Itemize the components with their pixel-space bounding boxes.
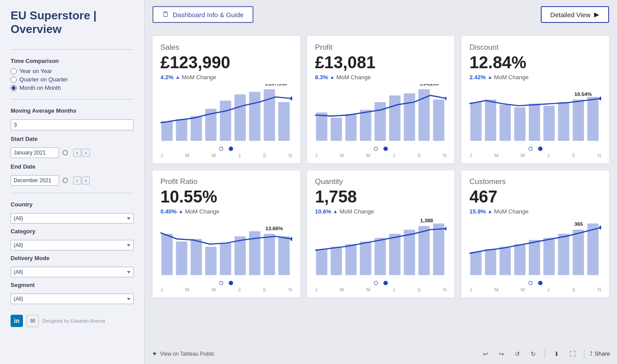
start-date-input[interactable] [11, 147, 59, 158]
detail-arrow-icon: ▶ [594, 11, 599, 18]
start-date-nav: ‹ › [73, 149, 90, 157]
share-button[interactable]: ⤴ Share [590, 350, 610, 357]
svg-rect-28 [558, 102, 570, 141]
month-label-profit: M [366, 153, 370, 158]
linkedin-icon[interactable]: in [11, 315, 23, 327]
chart-area-sales: £107,950 [160, 84, 292, 146]
kpi-value-profit_ratio: 10.55% [160, 188, 292, 206]
svg-rect-36 [205, 246, 217, 275]
month-label-customers: M [494, 287, 498, 292]
category-select[interactable]: (All) [11, 240, 134, 250]
svg-rect-29 [573, 99, 584, 141]
month-labels-profit: JMMJSN [315, 152, 447, 158]
radio-yoy-label: Year on Year [19, 68, 52, 74]
start-date-prev[interactable]: ‹ [73, 149, 81, 157]
redo-button[interactable]: ↪ [495, 348, 508, 360]
start-date-next[interactable]: › [82, 149, 90, 157]
country-select[interactable]: (All) [11, 213, 134, 224]
svg-point-64 [599, 225, 601, 229]
chart-area-profit_ratio: 13.66% [160, 218, 292, 280]
kpi-arrow-discount: ▲ [487, 74, 492, 80]
month-label-quantity: N [443, 287, 446, 292]
kpi-title-sales: Sales [160, 43, 292, 52]
svg-rect-12 [331, 118, 342, 141]
info-guide-button[interactable]: 🗒 Dashboard Info & Guide [152, 6, 253, 23]
category-label: Category [11, 228, 134, 235]
kpi-change-profit: 8.3% ▲ MoM Change [315, 74, 447, 81]
month-label-quantity: S [417, 287, 420, 292]
month-label-quantity: M [366, 287, 370, 292]
kpi-pct-profit_ratio: 0.40% [160, 208, 177, 215]
radio-mom-input[interactable] [11, 85, 17, 91]
kpi-change-customers: 15.9% ▲ MoM Change [469, 208, 601, 215]
end-date-prev[interactable]: ‹ [73, 176, 81, 184]
chart-svg-quantity: 1,388 [315, 218, 447, 276]
end-date-input[interactable] [11, 175, 59, 186]
radio-mom[interactable]: Month on Month [11, 85, 134, 91]
fullscreen-button[interactable]: ⛶ [566, 348, 579, 360]
chart-svg-customers: 365 [469, 218, 601, 276]
svg-rect-40 [264, 234, 275, 275]
kpi-value-discount: 12.84% [469, 54, 601, 72]
kpi-arrow-sales: ▲ [175, 74, 180, 80]
svg-rect-60 [543, 238, 555, 275]
moving-average-input[interactable] [11, 119, 134, 130]
svg-rect-33 [161, 234, 173, 275]
undo-button[interactable]: ↩ [479, 348, 492, 360]
radio-qoq[interactable]: Quarter on Quarter [11, 76, 134, 83]
kpi-change-label-profit_ratio: MoM Change [185, 208, 219, 215]
legend-dot-curr-discount [538, 147, 543, 151]
download-button[interactable]: ⬇ [550, 348, 563, 360]
month-label-customers: M [521, 287, 525, 292]
kpi-card-sales: Sales £123,990 4.2% ▲ MoM Change £107,95… [152, 36, 300, 163]
radio-yoy[interactable]: Year on Year [11, 68, 134, 74]
detail-view-button[interactable]: Detailed View ▶ [541, 6, 609, 23]
delivery-mode-select[interactable]: (All) [11, 267, 134, 277]
radio-qoq-input[interactable] [11, 77, 17, 83]
svg-rect-17 [404, 93, 415, 141]
chart-legend-sales [160, 147, 292, 151]
chart-svg-profit_ratio: 13.66% [160, 218, 292, 276]
month-label-profit_ratio: M [212, 287, 216, 292]
svg-text:£107,950: £107,950 [265, 84, 287, 86]
detail-btn-label: Detailed View [550, 11, 591, 18]
svg-text:365: 365 [575, 221, 584, 227]
svg-text:10.54%: 10.54% [575, 91, 592, 96]
svg-rect-2 [191, 116, 202, 140]
svg-rect-41 [279, 236, 290, 275]
tableau-link-label: View on Tableau Public [160, 351, 215, 357]
month-label-profit: S [417, 153, 420, 158]
svg-point-53 [445, 227, 446, 231]
chart-legend-discount [469, 147, 601, 151]
segment-select[interactable]: (All) [11, 294, 134, 304]
tableau-link[interactable]: ✦ View on Tableau Public [152, 349, 215, 358]
month-label-profit_ratio: M [185, 287, 189, 292]
moving-avg-label: Moving Average Months [11, 107, 134, 114]
mail-icon[interactable]: ✉ [26, 315, 39, 327]
cards-container: Sales £123,990 4.2% ▲ MoM Change £107,95… [145, 30, 617, 343]
kpi-cards-grid: Sales £123,990 4.2% ▲ MoM Change £107,95… [152, 36, 609, 298]
forward-button[interactable]: ↻ [527, 348, 539, 360]
svg-rect-14 [360, 110, 371, 140]
back-button[interactable]: ↺ [511, 348, 524, 360]
kpi-value-quantity: 1,758 [315, 188, 447, 206]
kpi-change-sales: 4.2% ▲ MoM Change [160, 74, 292, 81]
month-label-sales: J [238, 153, 241, 158]
svg-rect-13 [345, 114, 357, 141]
chart-area-profit: £14,239 [315, 84, 447, 146]
svg-rect-6 [249, 92, 260, 140]
start-date-circle [63, 150, 68, 155]
month-label-customers: S [572, 287, 575, 292]
end-date-next[interactable]: › [82, 176, 90, 184]
svg-rect-35 [191, 239, 202, 275]
kpi-title-profit: Profit [315, 43, 447, 52]
radio-yoy-input[interactable] [11, 68, 17, 74]
svg-rect-8 [279, 102, 290, 141]
kpi-change-profit_ratio: 0.40% ▲ MoM Change [160, 208, 292, 215]
bottom-bar: ✦ View on Tableau Public ↩ ↪ ↺ ↻ ⬇ ⛶ ⤴ S… [145, 343, 617, 364]
month-label-profit: J [393, 153, 395, 158]
chart-svg-profit: £14,239 [315, 84, 447, 141]
kpi-card-profit: Profit £13,081 8.3% ▲ MoM Change £14,239… [307, 36, 455, 163]
kpi-pct-discount: 2.42% [469, 74, 486, 81]
kpi-change-label-profit: MoM Change [336, 74, 371, 81]
